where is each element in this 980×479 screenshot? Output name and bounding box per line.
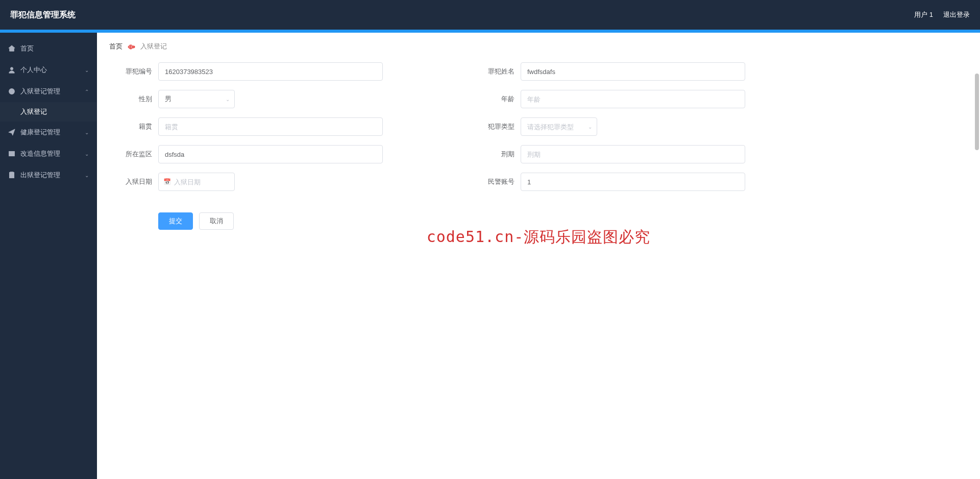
sentence-label: 刑期 — [472, 150, 521, 159]
name-input[interactable] — [521, 62, 745, 81]
form: 罪犯编号 罪犯姓名 性别 ⌄ 年龄 — [97, 57, 980, 205]
police-label: 民警账号 — [472, 177, 521, 186]
origin-input[interactable] — [158, 117, 383, 136]
scrollbar-thumb[interactable] — [975, 74, 979, 150]
id-input[interactable] — [158, 62, 383, 81]
clipboard-icon — [8, 172, 15, 179]
sidebar-subitem-reg-in[interactable]: 入狱登记 — [0, 102, 97, 122]
svg-point-0 — [10, 67, 13, 70]
button-row: 提交 取消 — [97, 205, 980, 230]
prison-input[interactable] — [158, 145, 383, 163]
gender-label: 性别 — [109, 94, 158, 104]
indate-label: 入狱日期 — [109, 177, 158, 186]
calendar-icon: 📅 — [163, 178, 171, 185]
chevron-down-icon: ⌄ — [85, 130, 89, 135]
gender-select[interactable] — [158, 90, 235, 108]
svg-rect-6 — [10, 172, 13, 174]
sidebar-item-label: 出狱登记管理 — [20, 171, 60, 180]
svg-rect-3 — [9, 152, 15, 156]
power-icon — [8, 88, 15, 95]
app-title: 罪犯信息管理系统 — [10, 10, 76, 20]
breadcrumb-current: 入狱登记 — [140, 42, 167, 51]
sidebar-item-label: 首页 — [20, 44, 34, 53]
prison-label: 所在监区 — [109, 150, 158, 159]
submit-button[interactable]: 提交 — [158, 212, 193, 230]
sidebar-item-health[interactable]: 健康登记管理 ⌄ — [0, 122, 97, 143]
breadcrumb-separator-icon: ⟴ — [128, 43, 135, 51]
crime-type-label: 犯罪类型 — [472, 122, 521, 131]
app-header: 罪犯信息管理系统 用户 1 退出登录 — [0, 0, 980, 30]
sidebar-item-personal[interactable]: 个人中心 ⌄ — [0, 59, 97, 81]
crime-type-select[interactable] — [521, 117, 597, 136]
sidebar-subitem-label: 入狱登记 — [20, 108, 47, 115]
sidebar-item-reg-in[interactable]: 入狱登记管理 ⌃ — [0, 81, 97, 102]
breadcrumb-home[interactable]: 首页 — [109, 42, 122, 51]
age-input[interactable] — [521, 90, 745, 108]
age-label: 年龄 — [472, 94, 521, 104]
chevron-down-icon: ⌄ — [85, 173, 89, 178]
sidebar-item-label: 入狱登记管理 — [20, 87, 60, 96]
sidebar: 首页 个人中心 ⌄ 入狱登记管理 ⌃ 入狱登记 健康登记管理 ⌄ — [0, 33, 97, 479]
cancel-button[interactable]: 取消 — [199, 212, 234, 230]
send-icon — [8, 129, 15, 136]
user-label[interactable]: 用户 1 — [914, 10, 933, 19]
sidebar-item-label: 个人中心 — [20, 65, 47, 75]
police-input[interactable] — [521, 173, 745, 191]
sentence-input[interactable] — [521, 145, 745, 163]
sidebar-item-label: 健康登记管理 — [20, 128, 60, 137]
chevron-up-icon: ⌃ — [85, 89, 89, 94]
sidebar-item-reform[interactable]: 改造信息管理 ⌄ — [0, 143, 97, 164]
user-icon — [8, 66, 15, 74]
watermark-text: code51.cn-源码乐园盗图必究 — [427, 227, 651, 248]
sidebar-item-label: 改造信息管理 — [20, 149, 60, 158]
chevron-down-icon: ⌄ — [85, 67, 89, 73]
logout-link[interactable]: 退出登录 — [943, 10, 970, 19]
chevron-down-icon: ⌄ — [85, 151, 89, 157]
window-icon — [8, 150, 15, 157]
id-label: 罪犯编号 — [109, 67, 158, 76]
header-right: 用户 1 退出登录 — [914, 10, 970, 19]
main-content: 首页 ⟴ 入狱登记 罪犯编号 罪犯姓名 性别 — [97, 33, 980, 479]
breadcrumb: 首页 ⟴ 入狱登记 — [97, 33, 980, 57]
name-label: 罪犯姓名 — [472, 67, 521, 76]
sidebar-item-reg-out[interactable]: 出狱登记管理 ⌄ — [0, 164, 97, 186]
home-icon — [8, 45, 15, 52]
origin-label: 籍贯 — [109, 122, 158, 131]
sidebar-item-home[interactable]: 首页 — [0, 38, 97, 59]
